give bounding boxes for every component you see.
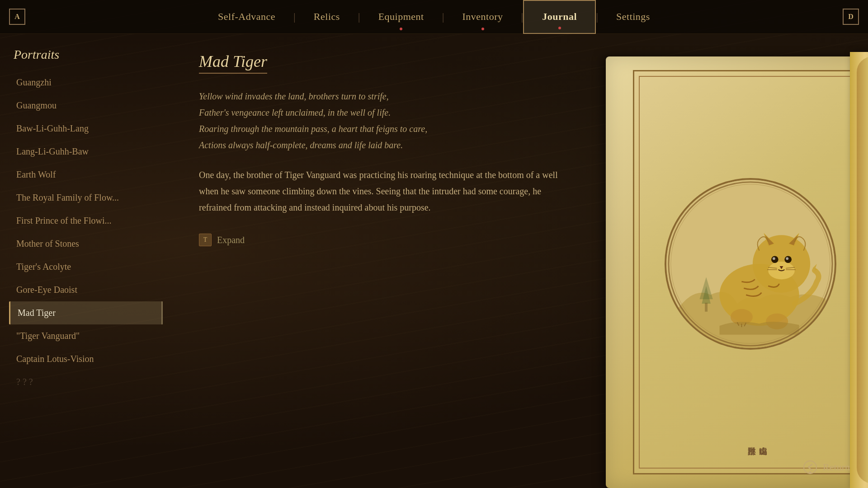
portrait-item-tiger-vanguard[interactable]: "Tiger Vanguard" [9,324,163,347]
return-button[interactable]: Return [803,460,850,474]
svg-rect-14 [705,303,708,312]
inventory-dot [481,28,484,30]
svg-point-6 [773,257,775,260]
portrait-item-earth-wolf[interactable]: Earth Wolf [9,163,163,186]
nav-item-equipment[interactable]: Equipment [360,0,442,34]
scroll-inner-2: 鳴虎遠山道秋蹤跡 [639,76,862,469]
nav-items: Self-Advance | Relics | Equipment | Inve… [25,0,843,34]
portrait-item-gore-eye-daoist[interactable]: Gore-Eye Daoist [9,278,163,301]
svg-point-7 [786,257,788,260]
sidebar: Portraits Guangzhi Guangmou Baw-Li-Guhh-… [0,34,172,488]
return-icon [803,460,817,474]
scroll-roll [850,52,868,488]
scroll-inner: 鳴虎遠山道秋蹤跡 [633,70,868,474]
portrait-item-mad-tiger[interactable]: Mad Tiger [9,301,163,324]
nav-item-relics[interactable]: Relics [296,0,358,34]
portrait-item-mother-of-stones[interactable]: Mother of Stones [9,232,163,255]
expand-button[interactable]: T Expand [199,234,561,246]
portrait-item-royal-family[interactable]: The Royal Family of Flow... [9,186,163,209]
return-label: Return [823,461,850,473]
scroll-container: 鳴虎遠山道秋蹤跡 [588,43,868,488]
poem-line-4: Actions always half-complete, dreams and… [199,137,561,153]
sidebar-title: Portraits [9,47,163,62]
right-key-badge: D [843,9,859,25]
nav-item-inventory[interactable]: Inventory [444,0,521,34]
entry-poem: Yellow wind invades the land, brothers t… [199,88,561,153]
poem-line-1: Yellow wind invades the land, brothers t… [199,88,561,104]
tiger-illustration [665,178,836,350]
portrait-item-first-prince[interactable]: First Prince of the Flowi... [9,209,163,232]
portrait-item-guangmou[interactable]: Guangmou [9,94,163,117]
poem-line-3: Roaring through the mountain pass, a hea… [199,121,561,137]
portrait-item-captain-lotus-vision[interactable]: Captain Lotus-Vision [9,347,163,371]
journal-dot [558,27,561,29]
portrait-item-guangzhi[interactable]: Guangzhi [9,71,163,94]
poem-line-2: Father's vengeance left unclaimed, in th… [199,104,561,121]
navigation-bar: A Self-Advance | Relics | Equipment | In… [0,0,868,34]
scroll-area: 鳴虎遠山道秋蹤跡 [588,34,868,488]
portrait-item-baw-li-guhh-lang[interactable]: Baw-Li-Guhh-Lang [9,117,163,140]
portrait-item-tigers-acolyte[interactable]: Tiger's Acolyte [9,255,163,278]
portrait-item-lang-li-guhh-baw[interactable]: Lang-Li-Guhh-Baw [9,140,163,163]
scroll-parchment: 鳴虎遠山道秋蹤跡 [606,56,868,488]
portrait-item-unknown: ? ? ? [9,371,163,394]
nav-item-journal[interactable]: Journal [523,0,596,34]
equipment-dot [400,28,402,30]
nav-item-settings[interactable]: Settings [598,0,668,34]
svg-point-18 [809,471,811,474]
main-content: Portraits Guangzhi Guangmou Baw-Li-Guhh-… [0,34,868,488]
content-area: Mad Tiger Yellow wind invades the land, … [172,34,588,488]
entry-prose: One day, the brother of Tiger Vanguard w… [199,167,561,216]
expand-key: T [199,234,212,246]
entry-title: Mad Tiger [199,52,267,74]
nav-item-self-advance[interactable]: Self-Advance [200,0,293,34]
left-key-badge: A [9,9,25,25]
expand-label: Expand [217,235,245,245]
